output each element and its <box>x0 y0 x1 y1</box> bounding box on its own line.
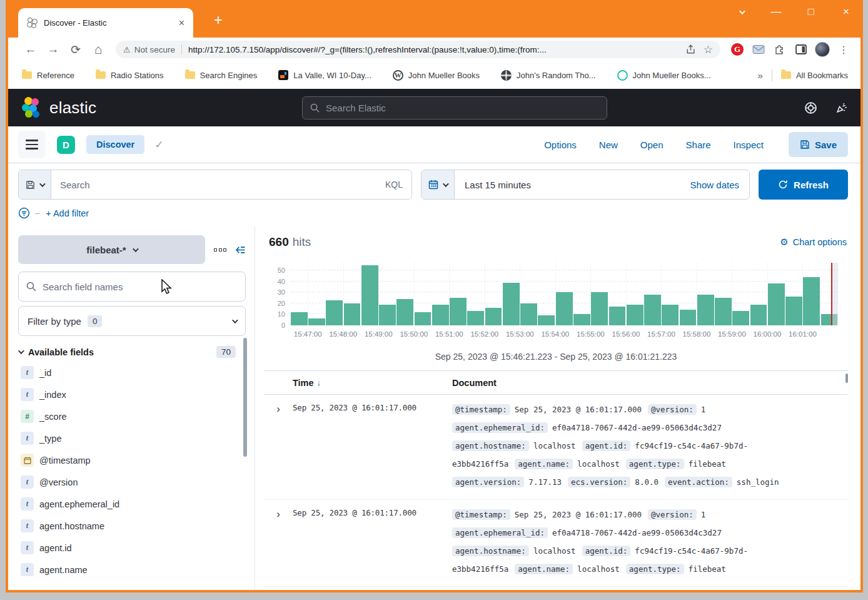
bookmark-item[interactable]: Search Engines <box>185 71 258 80</box>
histogram-bar[interactable] <box>308 318 325 325</box>
row-time[interactable]: Sep 25, 2023 @ 16:01:17.000 <box>293 403 452 494</box>
top-menu-options[interactable]: Options <box>544 140 577 150</box>
field-key-pill[interactable]: agent.type: <box>626 564 684 574</box>
sort-desc-icon[interactable]: ↓ <box>317 378 321 387</box>
field-key-pill[interactable]: @version: <box>648 509 697 520</box>
row-time[interactable]: Sep 25, 2023 @ 16:01:17.000 <box>293 508 452 581</box>
add-filter-button[interactable]: + Add filter <box>46 208 89 218</box>
field-item[interactable]: t_id <box>18 362 246 384</box>
field-key-pill[interactable]: agent.hostname: <box>452 440 529 451</box>
histogram-bar[interactable] <box>415 312 431 325</box>
field-key-pill[interactable]: event.action: <box>665 477 732 487</box>
browser-tab[interactable]: Discover - Elastic × <box>18 8 193 38</box>
bookmark-item[interactable]: Radio Stations <box>96 71 164 80</box>
bookmark-item[interactable]: La Valle, WI 10-Day... <box>278 70 371 80</box>
news-icon[interactable] <box>835 101 848 114</box>
chart-plot[interactable] <box>290 263 838 325</box>
breadcrumb[interactable]: Discover <box>86 135 144 154</box>
top-menu-open[interactable]: Open <box>640 140 664 150</box>
window-close-icon[interactable]: × <box>838 4 854 20</box>
url-text[interactable]: http://172.105.7.150/app/discover#/?_g=(… <box>188 45 678 54</box>
field-key-pill[interactable]: ecs.version: <box>568 477 630 487</box>
bookmark-item[interactable]: WJohn Mueller Books <box>393 70 480 81</box>
sidebar-scrollbar[interactable] <box>243 338 247 457</box>
field-item[interactable]: tagent.hostname <box>18 515 246 537</box>
field-item[interactable]: tagent.id <box>18 537 246 559</box>
sidebar-panel-icon[interactable] <box>790 44 812 54</box>
field-key-pill[interactable]: agent.id: <box>582 440 631 451</box>
global-search-input[interactable]: Search Elastic <box>302 96 607 119</box>
expand-row-icon[interactable]: › <box>264 508 293 581</box>
histogram-bar[interactable] <box>750 305 767 325</box>
histogram-bar[interactable] <box>361 265 378 325</box>
histogram-bar[interactable] <box>803 277 820 325</box>
histogram-bar[interactable] <box>644 295 661 325</box>
collapse-sidebar-icon[interactable] <box>235 245 246 255</box>
top-menu-inspect[interactable]: Inspect <box>734 140 764 150</box>
histogram-bar[interactable] <box>573 314 590 325</box>
field-key-pill[interactable]: agent.id: <box>582 546 631 556</box>
menu-icon[interactable] <box>18 131 46 158</box>
save-button[interactable]: Save <box>789 132 848 157</box>
histogram-bar[interactable] <box>785 297 802 325</box>
saved-query-menu-button[interactable] <box>19 170 51 199</box>
bookmark-star-icon[interactable]: ☆ <box>704 43 713 56</box>
field-key-pill[interactable]: agent.name: <box>515 459 573 469</box>
histogram-bar[interactable] <box>520 303 537 325</box>
histogram-bar[interactable] <box>768 283 785 325</box>
field-search-input[interactable] <box>43 282 238 292</box>
available-fields-header[interactable]: Available fields 70 <box>18 346 246 358</box>
mail-icon[interactable] <box>748 44 769 54</box>
histogram-bar[interactable] <box>450 298 467 325</box>
field-key-pill[interactable]: @timestamp: <box>452 404 510 415</box>
histogram-bar[interactable] <box>503 283 520 325</box>
histogram-bar[interactable] <box>326 300 343 325</box>
forward-icon[interactable]: → <box>42 43 64 56</box>
window-menu-icon[interactable] <box>733 4 749 20</box>
field-actions-icon[interactable] <box>214 248 226 252</box>
profile-avatar[interactable] <box>812 42 833 57</box>
histogram-bar[interactable] <box>538 315 555 325</box>
field-key-pill[interactable]: agent.name: <box>515 564 573 574</box>
search-input[interactable] <box>51 170 376 199</box>
top-menu-new[interactable]: New <box>599 140 618 150</box>
field-key-pill[interactable]: agent.type: <box>626 459 684 469</box>
show-dates-button[interactable]: Show dates <box>680 180 749 190</box>
field-item[interactable]: t_index <box>18 384 246 405</box>
back-icon[interactable]: ← <box>19 43 42 56</box>
field-key-pill[interactable]: agent.ephemeral_id: <box>452 527 548 538</box>
refresh-button[interactable]: Refresh <box>759 170 848 200</box>
histogram-bar[interactable] <box>715 298 732 325</box>
browser-menu-icon[interactable]: ⋮ <box>833 44 854 56</box>
url-bar[interactable]: ⚠ Not secure http://172.105.7.150/app/di… <box>116 41 720 58</box>
row-document[interactable]: @timestamp:Sep 25, 2023 @ 16:01:17.000@v… <box>452 508 848 581</box>
expand-row-icon[interactable]: › <box>264 403 293 494</box>
histogram-bar[interactable] <box>591 292 608 325</box>
filter-by-type-select[interactable]: Filter by type 0 <box>18 306 246 336</box>
field-item[interactable]: tagent.name <box>18 559 246 581</box>
minimize-icon[interactable]: — <box>768 4 784 20</box>
histogram-bar[interactable] <box>627 305 643 325</box>
field-item[interactable]: tagent.ephemeral_id <box>18 493 246 515</box>
index-pattern-select[interactable]: filebeat-* <box>18 235 205 264</box>
time-range-value[interactable]: Last 15 minutes <box>455 180 680 190</box>
histogram-bar[interactable] <box>432 305 449 325</box>
reload-icon[interactable]: ⟳ <box>64 43 87 57</box>
field-key-pill[interactable]: agent.hostname: <box>452 546 529 556</box>
new-tab-button[interactable]: + <box>209 11 227 29</box>
field-item[interactable]: t_type <box>18 427 246 449</box>
field-item[interactable]: @timestamp <box>18 449 246 471</box>
filter-icon[interactable] <box>18 207 30 219</box>
histogram-bar[interactable] <box>467 311 484 325</box>
maximize-icon[interactable]: □ <box>803 4 819 20</box>
bookmark-item[interactable]: Reference <box>22 71 74 80</box>
grammarly-icon[interactable]: G <box>727 43 748 56</box>
share-icon[interactable] <box>685 44 696 55</box>
histogram-bar[interactable] <box>697 295 714 325</box>
field-item[interactable]: #_score <box>18 405 246 427</box>
row-document[interactable]: @timestamp:Sep 25, 2023 @ 16:01:17.000@v… <box>452 403 848 494</box>
histogram-bar[interactable] <box>732 311 749 325</box>
top-menu-share[interactable]: Share <box>686 140 711 150</box>
field-item[interactable]: t@version <box>18 471 246 493</box>
bookmark-item[interactable]: John Mueller Books... <box>617 70 711 81</box>
